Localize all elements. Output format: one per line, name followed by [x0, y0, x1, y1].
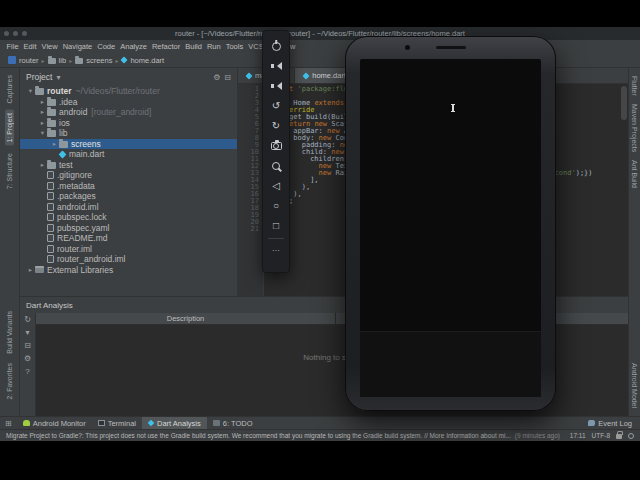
editor-scrollbar[interactable] [621, 84, 627, 296]
breadcrumb-home-dart[interactable]: home.dart [130, 56, 164, 65]
event-log-button[interactable]: Event Log [582, 417, 640, 429]
filter-icon[interactable]: ▾ [25, 329, 29, 337]
breadcrumb-screens[interactable]: screens [86, 56, 112, 65]
tree-item--idea[interactable]: ▸.idea [20, 97, 237, 108]
collapse-all-icon[interactable]: ⊟ [24, 342, 31, 350]
volume-down-icon [270, 81, 282, 91]
menu-refactor[interactable]: Refactor [149, 42, 182, 51]
tree-item-external-libraries[interactable]: ▸External Libraries [20, 265, 237, 276]
rotate-left-button[interactable]: ↺ [262, 96, 290, 116]
status-message[interactable]: Migrate Project to Gradle?: This project… [6, 432, 511, 439]
description-column-header[interactable]: Description [36, 313, 336, 324]
tree-item-screens[interactable]: ▸screens [20, 139, 237, 150]
tree-item-router-iml[interactable]: router.iml [20, 244, 237, 255]
chevron-right-icon[interactable]: ▸ [38, 161, 47, 169]
tool-button-build-variants[interactable]: Build Variants [6, 311, 13, 354]
tree-item-android-iml[interactable]: android.iml [20, 202, 237, 213]
tool-button-maven[interactable]: Maven Projects [631, 104, 638, 152]
help-icon[interactable]: ? [25, 368, 29, 376]
tool-button-flutter[interactable]: Flutter [631, 76, 638, 96]
tree-item-main-dart[interactable]: main.dart [20, 149, 237, 160]
tool-tab-todo[interactable]: 6: TODO [207, 417, 259, 429]
status-timestamp: (9 minutes ago) [515, 432, 560, 439]
line-number[interactable]: 21 [238, 226, 259, 233]
tree-item-ios[interactable]: ▸ios [20, 118, 237, 129]
tree-item-label: .gitignore [57, 170, 92, 180]
tree-item--packages[interactable]: .packages [20, 191, 237, 202]
menu-file[interactable]: File [4, 42, 21, 51]
tree-item-router[interactable]: ▾router~/Videos/Flutter/router [20, 86, 237, 97]
tree-item-router-android-iml[interactable]: router_android.iml [20, 254, 237, 265]
zoom-button[interactable] [262, 156, 290, 176]
tree-item--metadata[interactable]: .metadata [20, 181, 237, 192]
maximize-window-icon[interactable] [22, 31, 27, 36]
menu-view[interactable]: View [39, 42, 60, 51]
chevron-down-icon[interactable]: ▾ [38, 129, 47, 137]
project-panel-title[interactable]: Project [26, 72, 52, 82]
overview-button[interactable]: □ [262, 216, 290, 236]
tool-button-project[interactable]: 1: Project [5, 110, 14, 146]
tree-item-label: main.dart [69, 149, 104, 159]
tree-item-pubspec-lock[interactable]: pubspec.lock [20, 212, 237, 223]
tree-item-label: router [47, 86, 72, 96]
chevron-right-icon[interactable]: ▸ [38, 98, 47, 106]
tree-item-label: lib [59, 128, 68, 138]
tree-item-label: README.md [57, 233, 108, 243]
chevron-right-icon[interactable]: ▸ [26, 266, 35, 274]
folder-icon [75, 58, 83, 64]
menu-code[interactable]: Code [95, 42, 118, 51]
menu-navigate[interactable]: Navigate [60, 42, 95, 51]
tool-button-structure[interactable]: 7: Structure [6, 153, 13, 189]
phone-screen[interactable] [360, 59, 541, 397]
more-button[interactable]: ··· [262, 241, 290, 261]
inspection-profile-icon[interactable] [628, 433, 634, 439]
menu-analyze[interactable]: Analyze [118, 42, 150, 51]
tree-item-pubspec-yaml[interactable]: pubspec.yaml [20, 223, 237, 234]
tree-item-readme-md[interactable]: README.md [20, 233, 237, 244]
phone-bezel [345, 36, 556, 411]
rotate-right-button[interactable]: ↻ [262, 116, 290, 136]
tool-button-ant[interactable]: Ant Build [631, 160, 638, 188]
minimize-window-icon[interactable] [13, 31, 18, 36]
tree-item-test[interactable]: ▸test [20, 160, 237, 171]
power-button[interactable] [262, 36, 290, 56]
chevron-down-icon[interactable]: ▾ [26, 87, 35, 95]
tree-item--gitignore[interactable]: .gitignore [20, 170, 237, 181]
file-encoding[interactable]: UTF-8 [592, 432, 610, 439]
menu-tools[interactable]: Tools [223, 42, 246, 51]
restart-icon[interactable]: ↻ [24, 316, 31, 324]
settings-icon[interactable]: ⚙ [213, 73, 220, 82]
line-number-gutter[interactable]: 123456789101112131415161718192021 [238, 84, 264, 296]
tool-tab-terminal[interactable]: Terminal [92, 417, 142, 429]
menu-edit[interactable]: Edit [21, 42, 39, 51]
tool-button-android-model[interactable]: Android Model [631, 363, 638, 408]
menu-run[interactable]: Run [204, 42, 223, 51]
collapse-all-icon[interactable]: ⊟ [224, 73, 231, 82]
tree-item-lib[interactable]: ▾lib [20, 128, 237, 139]
chevron-right-icon[interactable]: ▸ [38, 119, 47, 127]
chevron-right-icon[interactable]: ▸ [50, 140, 59, 148]
close-window-icon[interactable] [4, 31, 9, 36]
screenshot-button[interactable] [262, 136, 290, 156]
lock-icon[interactable] [616, 434, 622, 439]
tool-tab-android-monitor[interactable]: Android Monitor [17, 417, 92, 429]
toolwindow-switcher-icon[interactable]: ⊞ [0, 419, 17, 428]
status-right-group: 17:11 UTF-8 [570, 432, 634, 439]
tool-tab-dart-analysis[interactable]: Dart Analysis [142, 417, 207, 429]
tree-item-android[interactable]: ▸android[router_android] [20, 107, 237, 118]
volume-down-button[interactable] [262, 76, 290, 96]
back-button[interactable]: ◁ [262, 176, 290, 196]
chevron-right-icon[interactable]: ▸ [38, 108, 47, 116]
menu-build[interactable]: Build [183, 42, 205, 51]
volume-up-button[interactable] [262, 56, 290, 76]
caret-position[interactable]: 17:11 [570, 432, 586, 439]
settings-icon[interactable]: ⚙ [24, 355, 31, 363]
breadcrumb-router[interactable]: router [19, 56, 39, 65]
tool-button-captures[interactable]: Captures [6, 75, 13, 103]
tool-window-bar: ⊞ Android Monitor Terminal Dart Analysis… [0, 416, 640, 429]
emulator-toolbar: ↺ ↻ ◁ ○ □ ··· [262, 30, 290, 273]
scrollbar-thumb[interactable] [621, 86, 627, 120]
home-button[interactable]: ○ [262, 196, 290, 216]
breadcrumb-lib[interactable]: lib [59, 56, 67, 65]
tool-button-favorites[interactable]: 2: Favorites [6, 363, 13, 400]
